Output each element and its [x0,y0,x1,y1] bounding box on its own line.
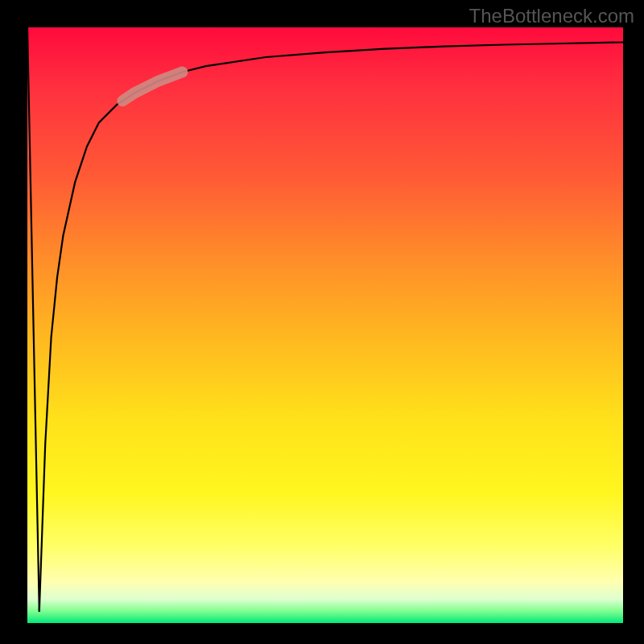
watermark-text: TheBottleneck.com [469,5,634,27]
plot-background [27,27,623,623]
